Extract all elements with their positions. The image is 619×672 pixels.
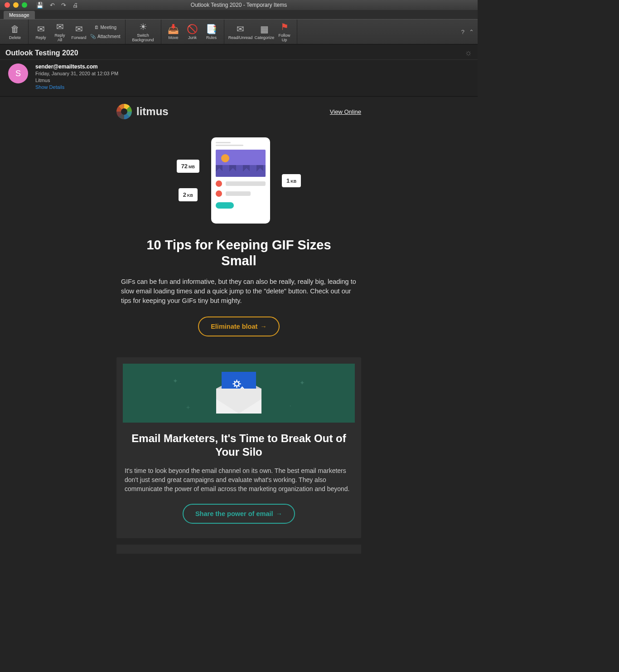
email-body: litmus View Online 72MB 2KB 1KB 10 Tips … bbox=[116, 97, 361, 554]
folder-move-icon: 📥 bbox=[168, 24, 179, 34]
sender-avatar: S bbox=[8, 63, 28, 83]
reply-all-icon: ✉︎ bbox=[56, 21, 64, 32]
size-chip-1kb: 1KB bbox=[282, 174, 301, 187]
hero-paragraph: GIFs can be fun and informative, but the… bbox=[121, 277, 357, 306]
arrow-right-icon: → bbox=[260, 323, 267, 330]
hero-heading: 10 Tips for Keeping GIF Sizes Small bbox=[116, 237, 361, 269]
tab-message[interactable]: Message bbox=[4, 11, 35, 19]
sender-address: sender@emailtests.com bbox=[35, 63, 118, 70]
read-unread-button[interactable]: ✉︎ Read/Unread bbox=[227, 19, 254, 44]
ribbon: 🗑 Delete ✉︎ Reply ✉︎ Reply All ✉︎ Forwar… bbox=[0, 19, 478, 44]
view-online-link[interactable]: View Online bbox=[330, 108, 361, 115]
ribbon-tab-row: Message bbox=[0, 10, 478, 19]
trash-icon: 🗑 bbox=[10, 24, 19, 34]
phone-card-icon bbox=[211, 137, 270, 224]
silo-banner: ✦ ✦ + ∙ bbox=[123, 364, 355, 423]
message-date: Friday, January 31, 2020 at 12:03 PM bbox=[35, 70, 118, 77]
litmus-logo: litmus bbox=[116, 104, 169, 119]
junk-icon: 🚫 bbox=[187, 24, 198, 34]
switch-background-button[interactable]: ☀︎ Switch Background bbox=[128, 19, 158, 44]
categorize-button[interactable]: ▦ Categorize bbox=[254, 19, 275, 44]
message-subject: Outlook Testing 2020 bbox=[5, 49, 78, 57]
silo-paragraph: It's time to look beyond the email chann… bbox=[125, 466, 353, 494]
hero-illustration: 72MB 2KB 1KB bbox=[116, 128, 361, 237]
flag-icon: ⚑ bbox=[280, 21, 289, 32]
gear-icon[interactable]: ☼ bbox=[465, 48, 473, 58]
reply-icon: ✉︎ bbox=[37, 24, 45, 34]
window-title: Outlook Testing 2020 - Temporary Items bbox=[0, 2, 478, 8]
delete-button[interactable]: 🗑 Delete bbox=[5, 19, 25, 44]
collapse-ribbon-icon[interactable]: ⌃ bbox=[469, 29, 474, 35]
arrow-right-icon: → bbox=[276, 510, 283, 517]
reply-button[interactable]: ✉︎ Reply bbox=[31, 19, 50, 44]
paperclip-icon: 📎 bbox=[90, 34, 96, 39]
categorize-icon: ▦ bbox=[260, 24, 269, 34]
meeting-button[interactable]: 🗓 Meeting bbox=[88, 23, 122, 31]
follow-up-button[interactable]: ⚑ Follow Up bbox=[275, 19, 294, 44]
litmus-wordmark: litmus bbox=[136, 105, 169, 118]
silo-card: ✦ ✦ + ∙ Email Marketers, It's Time to Br… bbox=[116, 357, 361, 538]
size-chip-72mb: 72MB bbox=[177, 160, 199, 173]
svg-point-0 bbox=[235, 381, 239, 386]
calendar-icon: 🗓 bbox=[94, 25, 99, 30]
litmus-mark-icon bbox=[116, 104, 132, 119]
envelope-icon: ✉︎ bbox=[237, 24, 244, 34]
next-card-peek bbox=[116, 545, 361, 554]
sun-icon: ☀︎ bbox=[139, 21, 147, 32]
junk-button[interactable]: 🚫 Junk bbox=[183, 19, 202, 44]
envelope-gears-icon bbox=[216, 373, 261, 414]
forward-icon: ✉︎ bbox=[75, 24, 83, 34]
sender-name: Litmus bbox=[35, 77, 118, 84]
move-button[interactable]: 📥 Move bbox=[164, 19, 183, 44]
help-icon[interactable]: ? bbox=[461, 29, 464, 35]
size-chip-2kb: 2KB bbox=[179, 188, 198, 201]
cta-share-power[interactable]: Share the power of email→ bbox=[183, 504, 295, 524]
silo-heading: Email Marketers, It's Time to Break Out … bbox=[123, 423, 355, 459]
message-header: S sender@emailtests.com Friday, January … bbox=[0, 60, 478, 97]
forward-button[interactable]: ✉︎ Forward bbox=[69, 19, 88, 44]
rules-button[interactable]: 📑 Rules bbox=[202, 19, 221, 44]
window-title-bar: 💾 ↶ ↷ 🖨 Outlook Testing 2020 - Temporary… bbox=[0, 0, 478, 10]
reply-all-button[interactable]: ✉︎ Reply All bbox=[50, 19, 69, 44]
show-details-link[interactable]: Show Details bbox=[35, 84, 118, 91]
rules-icon: 📑 bbox=[206, 24, 217, 34]
cta-eliminate-bloat[interactable]: Eliminate bloat→ bbox=[198, 317, 280, 336]
attachment-button[interactable]: 📎 Attachment bbox=[88, 32, 122, 40]
